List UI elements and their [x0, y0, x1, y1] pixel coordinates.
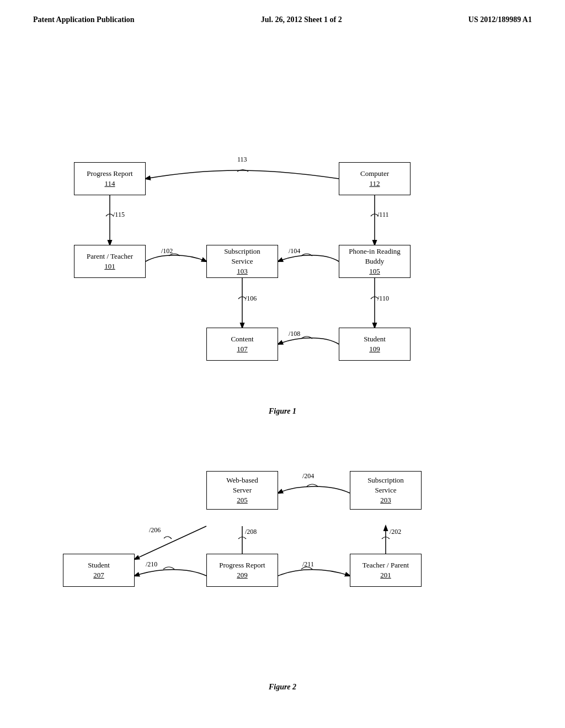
arrow-label-208: /208 [245, 528, 257, 536]
box-phone-in-reading-buddy-105: Phone-in ReadingBuddy 105 [339, 245, 411, 278]
arrow-label-104: /104 [289, 247, 300, 255]
figure1-section: Progress Report 114 Computer 112 Parent … [0, 57, 565, 421]
arrow-label-111: /111 [377, 211, 388, 219]
page-header: Patent Application Publication Jul. 26, … [0, 0, 565, 24]
box-student-109: Student 109 [339, 328, 411, 361]
header-center: Jul. 26, 2012 Sheet 1 of 2 [261, 15, 342, 24]
figure2-section: Web-basedServer 205 SubscriptionService … [0, 438, 565, 703]
arrow-label-106: /106 [245, 295, 257, 303]
box-content-107: Content 107 [206, 328, 278, 361]
arrow-label-211: /211 [302, 560, 314, 569]
box-subscription-service-203: SubscriptionService 203 [350, 471, 422, 510]
box-student-207: Student 207 [63, 554, 135, 587]
arrow-label-115: /115 [113, 211, 125, 219]
arrow-label-204: /204 [302, 472, 314, 480]
arrow-label-108: /108 [289, 330, 300, 338]
arrow-label-113: 113 [237, 156, 247, 164]
box-progress-report-209: Progress Report 209 [206, 554, 278, 587]
arrow-label-210: /210 [146, 560, 157, 569]
box-computer-112: Computer 112 [339, 162, 411, 195]
figure1-arrows [0, 57, 565, 421]
header-right: US 2012/189989 A1 [468, 15, 532, 24]
arrow-label-206: /206 [149, 526, 161, 534]
arrow-label-102: /102 [161, 247, 173, 255]
arrow-label-202: /202 [390, 528, 401, 536]
figure1-label: Figure 1 [0, 407, 565, 416]
figure2-label: Figure 2 [0, 683, 565, 692]
arrow-label-110: /110 [377, 295, 389, 303]
header-left: Patent Application Publication [33, 15, 135, 24]
box-subscription-service-103: SubscriptionService 103 [206, 245, 278, 278]
box-progress-report-114: Progress Report 114 [74, 162, 146, 195]
box-teacher-parent-201: Teacher / Parent 201 [350, 554, 422, 587]
box-parent-teacher-101: Parent / Teacher 101 [74, 245, 146, 278]
box-web-server-205: Web-basedServer 205 [206, 471, 278, 510]
